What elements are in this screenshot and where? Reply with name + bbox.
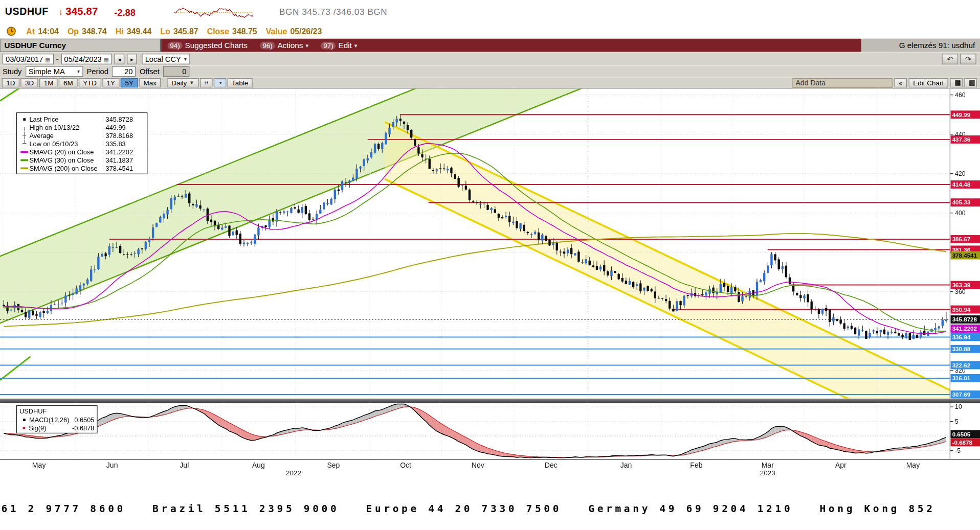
edit-chart-button[interactable]: Edit Chart <box>909 78 948 87</box>
macd-chart-svg[interactable]: 1050-50.6505-0.6878 <box>0 403 980 459</box>
legend-label: SMAVG (30) on Close <box>29 156 105 164</box>
footer-line-1: 61 2 9777 8600 Brazil 5511 2395 9000 Eur… <box>1 503 980 515</box>
menu-item-suggested-charts[interactable]: 94)Suggested Charts <box>161 39 254 52</box>
study-row: Study Simple MA ▾ Period 20 Offset 0 <box>0 65 980 77</box>
date-range-row: 03/03/2017 ▦ - 05/24/2023 ▦ ◂ ▸ Local CC… <box>0 52 980 65</box>
frequency-select[interactable]: Daily ▼ <box>167 78 199 87</box>
chart-type-icon-button[interactable] <box>200 78 212 87</box>
legend-line-swatch <box>20 167 28 169</box>
period-input[interactable]: 20 <box>112 66 136 77</box>
dropdown-caret-icon: ▾ <box>219 80 222 85</box>
scroll-back-button[interactable]: ◂ <box>115 54 125 64</box>
month-label: Dec <box>545 462 558 469</box>
year-label: 2022 <box>286 469 301 477</box>
panels-icon-button[interactable]: ▥ <box>964 78 976 87</box>
table-button[interactable]: Table <box>228 78 253 87</box>
legend-line-swatch <box>20 159 28 161</box>
range-tab-ytd[interactable]: YTD <box>79 78 101 87</box>
svg-text:363.39: 363.39 <box>952 282 971 288</box>
menu-item-edit[interactable]: 97)Edit▾ <box>315 39 363 52</box>
legend-label: Low on 05/10/23 <box>29 140 105 147</box>
svg-text:341.2202: 341.2202 <box>952 325 977 332</box>
offset-value: 0 <box>182 67 186 76</box>
menu-bar: USDHUF Curncy 94)Suggested Charts96)Acti… <box>0 39 980 52</box>
grid-view-icon-button[interactable]: ▦ <box>950 78 962 87</box>
security-field[interactable]: USDHUF Curncy <box>0 39 161 52</box>
history-icons: ↶ ↷ <box>942 54 977 64</box>
stat-label: Lo <box>161 27 170 36</box>
collapse-button[interactable]: « <box>895 78 907 87</box>
stat-label: Hi <box>116 27 124 36</box>
dropdown-caret-icon: ▾ <box>77 68 80 74</box>
chart-toolbar: 1D3D1M6MYTD1Y5YMax Daily ▼ ▾ Table « Edi… <box>0 77 980 88</box>
offset-label: Offset <box>140 67 160 76</box>
quote-header-row: USDHUF ↓ 345.87 -2.88 BGN 345.73 /346.03… <box>0 0 980 24</box>
add-data-input[interactable] <box>792 78 893 88</box>
legend-label: SMAVG (200) on Close <box>29 164 105 172</box>
date-to-input[interactable]: 05/24/2023 ▦ <box>61 54 112 64</box>
svg-text:405.33: 405.33 <box>952 199 971 205</box>
month-label: Jan <box>620 462 632 469</box>
svg-text:437.36: 437.36 <box>952 136 971 143</box>
legend-label: Average <box>29 131 105 139</box>
last-price: 345.87 <box>65 6 98 18</box>
quote-stats-row: At14:04Op348.74Hi349.44Lo345.87Close348.… <box>0 24 980 38</box>
svg-text:316.01: 316.01 <box>952 375 971 381</box>
date-to-value: 05/24/2023 <box>64 55 101 63</box>
year-label: 2023 <box>760 469 775 477</box>
macd-legend[interactable]: USDHUF▪MACD(12,26)0.6505▪Sig(9)-0.6878 <box>16 405 98 433</box>
date-from-input[interactable]: 03/03/2017 ▦ <box>3 54 54 64</box>
legend-line-swatch <box>20 151 28 153</box>
panel-divider[interactable] <box>0 399 980 403</box>
dropdown-caret-icon: ▾ <box>354 42 358 48</box>
macd-panel[interactable]: 1050-50.6505-0.6878 USDHUF▪MACD(12,26)0.… <box>0 403 980 459</box>
svg-text:350.94: 350.94 <box>952 306 971 313</box>
svg-text:460: 460 <box>955 91 966 99</box>
svg-text:322.62: 322.62 <box>952 362 970 368</box>
legend-row: ┴Low on 05/10/23335.83 <box>19 139 144 147</box>
svg-text:336.94: 336.94 <box>952 334 971 340</box>
month-label: Jun <box>106 462 118 469</box>
undo-button[interactable]: ↶ <box>942 54 958 64</box>
svg-text:330.88: 330.88 <box>952 345 971 352</box>
range-tab-1d[interactable]: 1D <box>2 78 19 87</box>
redo-button[interactable]: ↷ <box>960 54 976 64</box>
month-label: Aug <box>252 462 265 469</box>
svg-text:449.99: 449.99 <box>952 111 971 118</box>
range-tab-5y[interactable]: 5Y <box>121 78 138 87</box>
legend-row: ┬High on 10/13/22449.99 <box>19 123 144 131</box>
svg-text:307.69: 307.69 <box>952 391 971 398</box>
svg-text:414.48: 414.48 <box>952 181 971 188</box>
stat-value: 349.44 <box>127 27 152 36</box>
toolbar-right-group: « Edit Chart ▦ ▥ <box>792 78 978 88</box>
menu-item-actions[interactable]: 96)Actions▾ <box>254 39 315 52</box>
price-chart-panel[interactable]: 460440420400380360340320449.99437.36414.… <box>0 89 980 399</box>
currency-select[interactable]: Local CCY ▾ <box>142 54 190 64</box>
legend-row: SMAVG (20) on Close341.2202 <box>19 147 144 155</box>
x-axis: MayJunJulAugSepOctNovDecJanFebMarAprMay2… <box>0 459 980 476</box>
scroll-forward-button[interactable]: ▸ <box>127 54 137 64</box>
range-tab-max[interactable]: Max <box>139 78 161 87</box>
range-tab-3d[interactable]: 3D <box>20 78 38 87</box>
legend-value: 378.8168 <box>106 131 133 139</box>
date-separator: - <box>56 55 58 63</box>
range-tab-6m[interactable]: 6M <box>59 78 77 87</box>
legend-row: ▪Last Price345.8728 <box>19 115 144 123</box>
offset-input[interactable]: 0 <box>163 66 189 77</box>
month-label: Apr <box>835 462 847 469</box>
range-tab-1m[interactable]: 1M <box>39 78 58 87</box>
chart-legend[interactable]: ▪Last Price345.8728┬High on 10/13/22449.… <box>16 112 148 174</box>
date-from-value: 03/03/2017 <box>6 55 43 63</box>
legend-value: 341.2202 <box>106 148 133 155</box>
calendar-icon: ▦ <box>45 56 50 62</box>
macd-legend-marker-icon: ▪ <box>19 423 29 431</box>
legend-marker-icon <box>19 155 30 164</box>
legend-marker-icon: ┬ <box>19 123 30 131</box>
range-tab-1y[interactable]: 1Y <box>102 78 120 87</box>
macd-legend-label: MACD(12,26) <box>29 416 74 423</box>
svg-text:0.6505: 0.6505 <box>952 431 971 437</box>
draw-tool-icon-button[interactable]: ▾ <box>214 78 226 87</box>
study-label: Study <box>3 67 21 76</box>
study-select[interactable]: Simple MA ▾ <box>26 66 83 77</box>
menu-item-number: 97) <box>321 41 336 49</box>
